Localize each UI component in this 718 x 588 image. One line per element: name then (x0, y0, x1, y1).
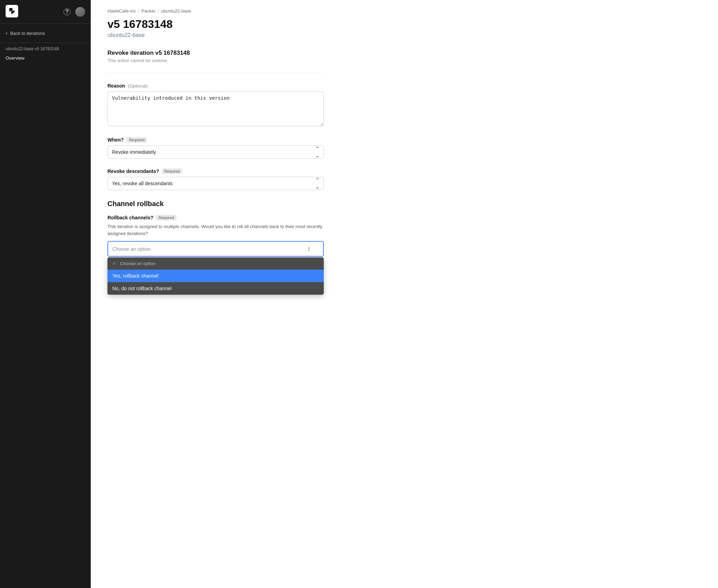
checkmark-placeholder-icon: ✓ (112, 261, 118, 266)
rollback-description: This iteration is assigned to multiple c… (107, 223, 324, 237)
rollback-option-no-label: No, do not rollback channel (112, 286, 172, 291)
rollback-dropdown-header: ✓ Choose an option (107, 257, 324, 270)
page-subtitle: ubuntu22-base (107, 32, 701, 38)
rollback-option-no[interactable]: No, do not rollback channel (107, 282, 324, 295)
when-badge: Required (127, 137, 147, 143)
rollback-channel-dropdown[interactable]: Choose an option ↕ (107, 241, 324, 257)
breadcrumb-page[interactable]: ubuntu22-base (161, 8, 191, 14)
divider-1 (107, 73, 324, 73)
rollback-channels-badge: Required (156, 215, 177, 220)
sidebar-header-actions: ? (62, 7, 85, 17)
breadcrumb-app[interactable]: Packer (141, 8, 155, 14)
revoke-descendants-select-wrapper: Yes, revoke all descendants No, do not r… (107, 177, 324, 190)
when-select[interactable]: Revoke immediately Schedule revocation (107, 145, 324, 159)
revoke-descendants-badge: Required (162, 168, 182, 174)
when-field-block: When? Required Revoke immediately Schedu… (107, 137, 701, 159)
breadcrumb-org[interactable]: HashiCafe-inc (107, 8, 136, 14)
rollback-option-yes-label: Yes, rollback channel (112, 273, 158, 279)
reason-label: Reason (Optional) (107, 83, 701, 89)
rollback-option-yes[interactable]: Yes, rollback channel (107, 270, 324, 282)
reason-textarea[interactable]: Vulnerability introduced in this version (107, 91, 324, 126)
reason-optional-text: (Optional) (128, 83, 148, 89)
sidebar-header: ? (0, 0, 91, 24)
reason-label-text: Reason (107, 83, 125, 89)
main-content: HashiCafe-inc / Packer / ubuntu22-base v… (91, 0, 718, 588)
when-label-text: When? (107, 137, 124, 143)
rollback-dropdown-arrow-icon: ↕ (307, 245, 311, 252)
rollback-dropdown-menu: ✓ Choose an option Yes, rollback channel… (107, 257, 324, 295)
when-label: When? Required (107, 137, 701, 143)
rollback-dropdown-trigger-label: Choose an option (112, 246, 151, 252)
revoke-section: Revoke iteration v5 16783148 This action… (107, 50, 701, 63)
breadcrumb: HashiCafe-inc / Packer / ubuntu22-base (107, 8, 701, 14)
sidebar-context: ubuntu22-base v5 16783148 (0, 43, 91, 53)
back-link-label: Back to iterations (10, 31, 45, 36)
page-title: v5 16783148 (107, 18, 701, 31)
breadcrumb-sep2: / (158, 8, 159, 14)
revoke-descendants-label-text: Revoke descendants? (107, 168, 159, 174)
revoke-title: Revoke iteration v5 16783148 (107, 50, 701, 56)
rollback-channels-label: Rollback channels? Required (107, 215, 701, 220)
help-button[interactable]: ? (62, 7, 72, 17)
channel-rollback-section: Channel rollback Rollback channels? Requ… (107, 200, 701, 257)
revoke-descendants-select[interactable]: Yes, revoke all descendants No, do not r… (107, 177, 324, 190)
rollback-channels-label-text: Rollback channels? (107, 215, 153, 220)
reason-field-block: Reason (Optional) Vulnerability introduc… (107, 83, 701, 127)
back-chevron-icon: ‹ (6, 30, 7, 36)
revoke-descendants-label: Revoke descendants? Required (107, 168, 701, 174)
avatar[interactable] (75, 7, 85, 17)
sidebar-item-overview-label: Overview (6, 55, 24, 61)
revoke-descendants-field-block: Revoke descendants? Required Yes, revoke… (107, 168, 701, 190)
sidebar-item-overview[interactable]: Overview (0, 53, 91, 63)
sidebar: ? ‹ Back to iterations ubuntu22-base v5 … (0, 0, 91, 588)
rollback-dropdown-wrapper: Choose an option ↕ ✓ Choose an option Ye… (107, 241, 324, 257)
logo[interactable] (6, 5, 18, 18)
rollback-dropdown-choose-label: Choose an option (120, 261, 156, 266)
when-select-wrapper: Revoke immediately Schedule revocation ⌃… (107, 145, 324, 159)
back-to-iterations-link[interactable]: ‹ Back to iterations (0, 24, 91, 43)
breadcrumb-sep1: / (138, 8, 140, 14)
help-icon: ? (63, 8, 70, 15)
channel-rollback-title: Channel rollback (107, 200, 701, 208)
revoke-description: This action cannot be undone. (107, 58, 701, 63)
